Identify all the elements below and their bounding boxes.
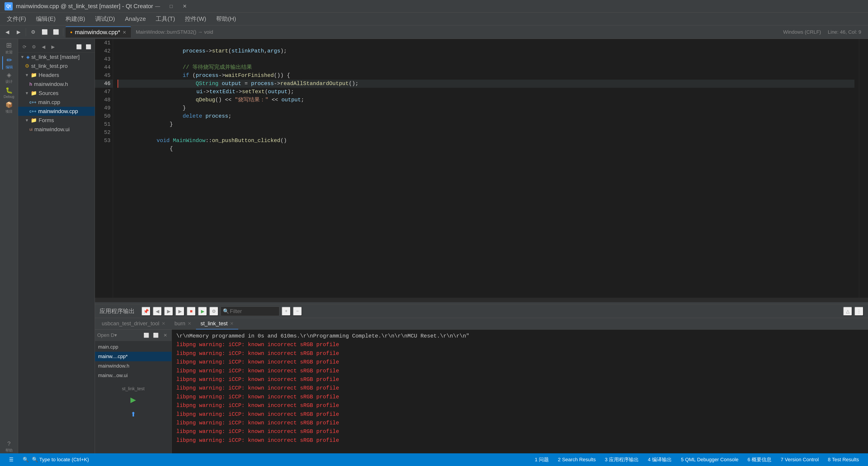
debug-run-button[interactable]: ▶ [127,394,140,406]
line-45: 45 [95,71,113,80]
bottom-prev-btn[interactable]: ◀ [153,307,162,316]
split-handle[interactable] [95,302,868,304]
bottom-next-btn[interactable]: ▶ [164,307,173,316]
tree-mainwindow-ui[interactable]: ui mainwindow.ui [18,125,95,134]
output-line-6: libpng warning: iCCP: known incorrect sR… [176,384,864,392]
bottom-close-btn[interactable]: ✕ [161,331,169,339]
projects-icon: 📦 [5,101,13,108]
line-46: 46 [95,80,113,88]
filter-area: 🔍 [221,307,279,316]
tree-mainwindow-cpp[interactable]: c++ mainwindow.cpp [18,107,95,116]
statusbar-test-results[interactable]: 8 Test Results [823,455,864,464]
close-button[interactable]: ✕ [180,2,189,10]
bottom-file-main-cpp[interactable]: main.cpp [95,342,172,352]
statusbar-search-results[interactable]: 2 Search Results [553,455,600,464]
tree-forms-folder[interactable]: ▼ 📁 Forms [18,116,95,125]
breadcrumb-area: MainWindow::burnSTM32() → void [131,29,783,35]
menubar: 文件(F) 编辑(E) 构建(B) 调试(D) Analyze 工具(T) 控件… [0,13,868,25]
maximize-button[interactable]: □ [166,2,176,10]
toolbar-filter[interactable]: ⚙ [28,27,38,37]
output-tab-usbcan-close[interactable]: ✕ [162,321,165,326]
sidebar-label-design: 设计 [5,79,13,84]
sidebar-item-design[interactable]: ◈ 设计 [2,71,16,85]
file-tab-mainwindow-cpp[interactable]: ● mainwindow.cpp* ✕ [66,26,131,37]
toolbar-sep-1 [26,28,26,36]
bottom-panel-title: 应用程序输出 [99,307,135,315]
tree-more-btn[interactable]: ⬜ [84,43,92,51]
statusbar-qml-debugger[interactable]: 5 QML Debugger Console [676,455,743,464]
bottom-remove-btn[interactable]: − [293,307,302,316]
sidebar-item-projects[interactable]: 📦 项目 [2,101,16,114]
line-48: 48 [95,96,113,104]
sidebar-item-debug[interactable]: 🐛 Debug [2,86,16,99]
output-tab-stlink[interactable]: st_link_test ✕ [196,318,238,329]
mainwindow-cpp-icon: c++ [29,109,36,114]
file-tab-dot: ● [70,30,72,35]
line-53: 53 [95,137,113,145]
tree-main-cpp[interactable]: c++ main.cpp [18,98,95,107]
statusbar-problems[interactable]: 1 问题 [530,455,553,464]
statusbar-menu-toggle[interactable]: ☰ [4,455,18,464]
bottom-layout-btn[interactable]: ⬜ [142,331,150,339]
pro-file-label: st_link_test.pro [31,63,68,69]
bottom-stop-btn[interactable]: ■ [187,307,196,316]
statusbar-compile-output[interactable]: 4 编译输出 [643,455,676,464]
output-tab-usbcan[interactable]: usbcan_test_driver_tool ✕ [97,318,170,329]
sidebar-item-help[interactable]: ? 帮助 [2,440,16,453]
tree-headers-folder[interactable]: ▼ 📁 Headers [18,70,95,80]
code-content[interactable]: process->start(stlinkPath,args); // 等待烧写… [113,39,859,298]
output-line-3: libpng warning: iCCP: known incorrect sR… [176,358,864,367]
bottom-add-btn[interactable]: + [282,307,291,316]
menu-edit[interactable]: 编辑(E) [31,13,60,25]
sidebar-item-edit[interactable]: ✏ 编辑 [2,56,16,70]
toolbar-split[interactable]: ⬜ [51,27,61,37]
toolbar-layout[interactable]: ⬜ [39,27,50,37]
bottom-file-mainwindow-ui[interactable]: mainw...ow.ui [95,371,172,380]
code-hscrollbar[interactable] [95,298,868,302]
output-tab-stlink-close[interactable]: ✕ [230,321,234,326]
bottom-file-mainwindow-h[interactable]: mainwindow.h [95,361,172,371]
bottom-run-btn[interactable]: ▶ [176,307,184,316]
tree-expand-btn[interactable]: ⬜ [75,43,83,51]
bottom-pin-btn[interactable]: 📌 [142,307,151,316]
code-line-51 [118,120,855,128]
tree-forward-btn[interactable]: ▶ [49,43,57,51]
tree-filter-btn[interactable]: ⚙ [30,43,38,51]
statusbar-app-output[interactable]: 3 应用程序输出 [600,455,643,464]
menu-build[interactable]: 构建(B) [61,13,90,25]
menu-file[interactable]: 文件(F) [2,13,31,25]
bottom-collapse-btn[interactable]: △ [843,307,852,316]
file-tab-close[interactable]: ✕ [123,30,126,35]
menu-help[interactable]: 帮助(H) [212,13,241,25]
output-tab-burn[interactable]: burn ✕ [170,318,196,329]
filter-search-icon: 🔍 [223,308,229,314]
debug-step-button[interactable]: ⬆ [127,408,140,420]
menu-tools[interactable]: 工具(T) [151,13,180,25]
statusbar-version-control[interactable]: 7 Version Control [776,455,823,464]
tree-pro-file[interactable]: ⚙ st_link_test.pro [18,61,95,70]
bottom-split-btn[interactable]: ⬜ [152,331,160,339]
statusbar-locate[interactable]: 🔍 🔍 Type to locate (Ctrl+K) [18,455,93,464]
sidebar-item-welcome[interactable]: ⊞ 欢迎 [2,41,16,55]
toolbar-forward[interactable]: ▶ [13,27,24,37]
tree-back-btn[interactable]: ◀ [39,43,48,51]
sources-folder-icon: 📁 [31,90,37,96]
project-root-item[interactable]: ▼ ◈ st_link_test [master] [18,53,95,61]
minimize-button[interactable]: — [153,2,162,10]
bottom-more-btn[interactable]: ⋮ [855,307,864,316]
tree-sources-folder[interactable]: ▼ 📁 Sources [18,89,95,98]
bottom-settings-btn[interactable]: ⚙ [209,307,218,316]
menu-analyze[interactable]: Analyze [121,13,151,24]
line-47: 47 [95,88,113,96]
filter-input[interactable] [221,307,279,316]
menu-debug[interactable]: 调试(D) [91,13,120,25]
menu-widgets[interactable]: 控件(W) [180,13,211,25]
line-49: 49 [95,104,113,112]
bottom-debug-btn[interactable]: ▶ [198,307,207,316]
tree-sync-btn[interactable]: ⟳ [20,43,29,51]
output-tab-burn-close[interactable]: ✕ [188,321,191,326]
bottom-file-mainwindow-cpp[interactable]: mainw....cpp* [95,352,172,361]
statusbar-overview[interactable]: 6 概要信息 [743,455,776,464]
tree-mainwindow-h[interactable]: h mainwindow.h [18,80,95,89]
toolbar-back[interactable]: ◀ [2,27,12,37]
